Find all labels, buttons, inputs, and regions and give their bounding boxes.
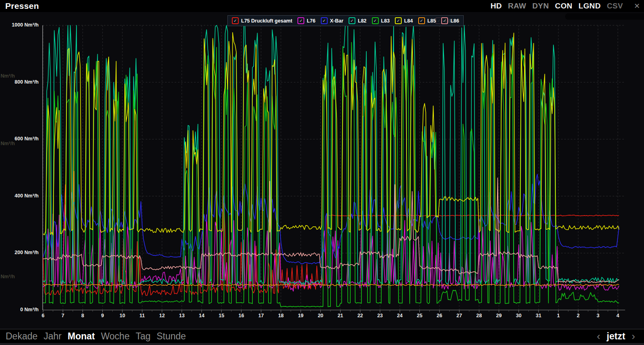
x-tick-label: 29 — [490, 313, 508, 318]
x-tick-label: 13 — [173, 313, 191, 318]
menu-item-raw[interactable]: RAW — [508, 2, 526, 10]
bottom-toolbar: DekadeJahrMonatWocheTagStunde ‹ jetzt › — [0, 329, 644, 343]
check-icon: ✓ — [374, 19, 377, 23]
legend-label: L83 — [381, 18, 390, 24]
x-tick-label: 3 — [589, 313, 607, 318]
legend-label: L75 Druckluft gesamt — [241, 18, 292, 24]
app-window: Pressen HDRAWDYNCONLGNDCSV ✕ 1000 Nm³/h8… — [0, 0, 644, 345]
page-title: Pressen — [0, 1, 39, 11]
x-tick-label: 15 — [213, 313, 230, 318]
legend-label: L84 — [404, 18, 413, 24]
y-tick-label: 600 Nm³/h — [0, 136, 39, 142]
x-tick-label: 1 — [549, 313, 567, 318]
x-tick-label: 24 — [391, 313, 409, 318]
legend-label: L85 — [427, 18, 436, 24]
time-nav-group: ‹ jetzt › — [597, 331, 644, 342]
x-tick-label: 2 — [569, 313, 587, 318]
legend-label: L76 — [307, 18, 316, 24]
range-jahr[interactable]: Jahr — [43, 331, 62, 342]
x-tick-label: 18 — [272, 313, 290, 318]
x-tick-label: 21 — [332, 313, 349, 318]
x-tick-label: 8 — [74, 313, 91, 318]
x-tick-label: 12 — [153, 313, 171, 318]
time-range-group: DekadeJahrMonatWocheTagStunde — [0, 331, 186, 342]
y-tick-label: 1000 Nm³/h — [0, 22, 39, 28]
range-monat[interactable]: Monat — [68, 331, 95, 342]
x-tick-label: 19 — [292, 313, 310, 318]
legend-label: L86 — [445, 18, 454, 24]
top-menu: HDRAWDYNCONLGNDCSV — [491, 2, 627, 10]
x-tick-label: 16 — [232, 313, 250, 318]
x-tick-label: 26 — [431, 313, 448, 318]
x-tick-label: 6 — [34, 313, 52, 318]
legend-checkbox[interactable]: ✓ — [395, 17, 402, 24]
check-icon: ✓ — [233, 19, 237, 23]
legend-ghost-item: ✓L86 — [436, 17, 454, 24]
legend-item-l85[interactable]: ✓L85 — [418, 17, 436, 24]
menu-item-con[interactable]: CON — [555, 2, 572, 10]
menu-item-lgnd[interactable]: LGND — [578, 2, 601, 10]
check-icon: ✓ — [437, 19, 440, 23]
legend-label: L82 — [358, 18, 367, 24]
now-button[interactable]: jetzt — [607, 331, 625, 342]
legend-item-x-bar[interactable]: ✓X-Bar — [321, 17, 343, 24]
x-tick-label: 4 — [609, 313, 627, 318]
legend-item-l76[interactable]: ✓L76 — [297, 17, 316, 24]
legend-checkbox[interactable]: ✓ — [372, 17, 379, 24]
legend-checkbox[interactable]: ✓ — [418, 17, 425, 24]
chart-plot[interactable] — [0, 12, 644, 329]
legend-item-l82[interactable]: ✓L82 — [349, 17, 367, 24]
x-tick-label: 9 — [94, 313, 111, 318]
menu-item-hd[interactable]: HD — [491, 2, 502, 10]
range-dekade[interactable]: Dekade — [6, 331, 37, 342]
check-icon: ✓ — [420, 19, 423, 23]
legend-label: X-Bar — [330, 18, 343, 24]
x-tick-label: 17 — [252, 313, 270, 318]
y-tick-label: 0 Nm³/h — [0, 307, 39, 312]
range-stunde[interactable]: Stunde — [157, 331, 186, 342]
legend-item-l83[interactable]: ✓L83 — [372, 17, 390, 24]
x-tick-label: 31 — [530, 313, 547, 318]
x-tick-label: 10 — [114, 313, 131, 318]
range-woche[interactable]: Woche — [101, 331, 130, 342]
chart-legend: ✓L75 Druckluft gesamt✓L76✓X-Bar✓L82✓L83✓… — [227, 15, 464, 26]
x-tick-label: 7 — [54, 313, 72, 318]
close-icon[interactable]: ✕ — [633, 2, 640, 10]
x-tick-label: 30 — [510, 313, 528, 318]
x-tick-label: 22 — [351, 313, 369, 318]
y-tick-label: 800 Nm³/h — [0, 79, 39, 85]
x-tick-label: 11 — [133, 313, 151, 318]
y-tick-label: 400 Nm³/h — [0, 193, 39, 199]
legend-item-l84[interactable]: ✓L84 — [395, 17, 413, 24]
next-widget-edge — [0, 343, 644, 345]
y-tick-label: 200 Nm³/h — [0, 250, 39, 255]
check-icon: ✓ — [322, 19, 326, 23]
menu-item-dyn[interactable]: DYN — [532, 2, 549, 10]
legend-checkbox[interactable]: ✓ — [349, 17, 355, 24]
next-button[interactable]: › — [632, 332, 635, 340]
x-tick-label: 28 — [470, 313, 488, 318]
x-tick-label: 23 — [371, 313, 389, 318]
legend-checkbox: ✓ — [436, 17, 442, 24]
legend-checkbox[interactable]: ✓ — [232, 17, 239, 24]
check-icon: ✓ — [396, 19, 400, 23]
chart-panel: 1000 Nm³/h800 Nm³/h600 Nm³/h400 Nm³/h200… — [0, 12, 644, 329]
check-icon: ✓ — [299, 19, 302, 23]
menu-item-csv[interactable]: CSV — [607, 2, 623, 10]
x-tick-label: 25 — [411, 313, 429, 318]
x-tick-label: 27 — [450, 313, 468, 318]
legend-checkbox[interactable]: ✓ — [321, 17, 328, 24]
legend-item-l75-druckluft-gesamt[interactable]: ✓L75 Druckluft gesamt — [232, 17, 292, 24]
title-bar: Pressen HDRAWDYNCONLGNDCSV ✕ — [0, 0, 644, 12]
check-icon: ✓ — [350, 19, 353, 23]
prev-button[interactable]: ‹ — [597, 332, 601, 340]
legend-checkbox[interactable]: ✓ — [297, 17, 304, 24]
x-tick-label: 14 — [193, 313, 211, 318]
range-tag[interactable]: Tag — [136, 331, 151, 342]
legend-item-l86: ✓L86 — [436, 17, 454, 24]
x-tick-label: 20 — [312, 313, 329, 318]
